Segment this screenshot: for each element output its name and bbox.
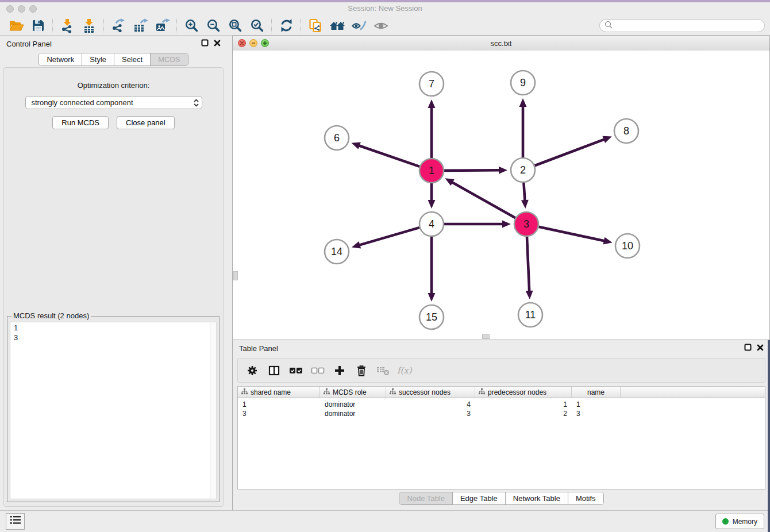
float-panel-icon[interactable] — [201, 39, 209, 48]
tab-network[interactable]: Network — [39, 53, 82, 65]
graph-node-15[interactable]: 15 — [419, 305, 444, 329]
cell-predecessor-nodes[interactable]: 1 — [475, 400, 572, 408]
table-mode-icon[interactable] — [244, 362, 261, 379]
memory-button[interactable]: Memory — [715, 514, 764, 529]
graph-node-label: 6 — [334, 132, 340, 144]
search-box[interactable] — [599, 19, 765, 32]
export-network-icon[interactable] — [107, 17, 129, 34]
table-row[interactable]: 3dominator323 — [238, 409, 765, 418]
edge-2-3[interactable] — [521, 183, 529, 209]
task-history-button[interactable] — [6, 513, 25, 530]
network-canvas[interactable]: 7968124314101511 — [233, 51, 769, 340]
edge-3-1[interactable] — [445, 178, 515, 218]
edge-3-11[interactable] — [526, 237, 533, 299]
tab-node-table[interactable]: Node Table — [399, 492, 453, 504]
criterion-dropdown[interactable]: strongly connected component — [25, 96, 202, 109]
column-header-shared-name[interactable]: shared name — [238, 387, 320, 398]
table-row[interactable]: 1dominator411 — [238, 400, 765, 409]
toolbar-separator — [271, 18, 272, 33]
graph-node-8[interactable]: 8 — [614, 119, 638, 143]
edge-1-6[interactable] — [352, 142, 420, 167]
zoom-out-icon[interactable] — [202, 17, 224, 34]
close-panel-button[interactable]: Close panel — [117, 116, 175, 129]
graph-node-11[interactable]: 11 — [518, 303, 542, 327]
column-header-mcds-role[interactable]: MCDS role — [320, 387, 386, 398]
export-image-icon[interactable] — [151, 17, 173, 34]
tab-network-table[interactable]: Network Table — [506, 492, 568, 504]
edge-4-3[interactable] — [444, 221, 511, 228]
close-panel-icon[interactable] — [214, 40, 221, 48]
cell-predecessor-nodes[interactable]: 2 — [475, 410, 572, 418]
cell-shared-name[interactable]: 3 — [238, 410, 320, 418]
toolbar-separator — [103, 18, 104, 33]
graph-node-7[interactable]: 7 — [419, 72, 444, 96]
session-titlebar[interactable]: Session: New Session — [0, 2, 770, 16]
cell-name[interactable]: 3 — [572, 410, 621, 418]
open-session-icon[interactable] — [5, 17, 27, 34]
select-all-icon[interactable] — [287, 362, 305, 379]
network-window-titlebar[interactable]: scc.txt — [233, 36, 769, 51]
result-scrollbar[interactable] — [210, 322, 217, 499]
run-mcds-button[interactable]: Run MCDS — [52, 116, 109, 129]
cell-shared-name[interactable]: 1 — [238, 400, 320, 408]
edge-1-4[interactable] — [428, 183, 436, 209]
new-network-from-selection-icon[interactable] — [305, 17, 326, 34]
float-table-panel-icon[interactable] — [744, 344, 752, 353]
edge-4-14[interactable] — [352, 228, 419, 248]
zoom-network-icon[interactable] — [261, 39, 269, 47]
deselect-all-icon[interactable] — [309, 362, 326, 379]
graph-node-3[interactable]: 3 — [514, 212, 538, 236]
edge-3-10[interactable] — [539, 227, 613, 245]
graph-node-6[interactable]: 6 — [325, 126, 349, 150]
cell-mcds-role[interactable]: dominator — [320, 410, 386, 418]
search-input[interactable] — [615, 21, 760, 30]
edge-2-8[interactable] — [535, 136, 612, 165]
import-table-icon[interactable] — [78, 17, 100, 34]
column-header-predecessor-nodes[interactable]: predecessor nodes — [475, 387, 572, 398]
minimize-network-icon[interactable] — [249, 39, 257, 47]
tab-style[interactable]: Style — [82, 53, 114, 65]
tab-edge-table[interactable]: Edge Table — [453, 492, 506, 504]
session-title: Session: New Session — [0, 4, 770, 13]
import-network-icon[interactable] — [56, 17, 78, 34]
cell-successor-nodes[interactable]: 3 — [386, 410, 475, 418]
toggle-columns-icon[interactable] — [265, 362, 283, 379]
cell-name[interactable]: 1 — [572, 400, 621, 408]
edge-2-9[interactable] — [519, 98, 527, 157]
column-header-name[interactable]: name — [572, 387, 621, 398]
save-session-icon[interactable] — [27, 17, 49, 34]
zoom-fit-icon[interactable] — [224, 17, 246, 34]
show-all-icon[interactable] — [370, 17, 392, 34]
graph-node-14[interactable]: 14 — [325, 240, 349, 264]
graph-node-2[interactable]: 2 — [511, 158, 535, 182]
edge-4-15[interactable] — [428, 237, 436, 302]
edge-1-2[interactable] — [444, 167, 507, 174]
edge-1-7[interactable] — [428, 99, 436, 158]
close-table-panel-icon[interactable] — [757, 344, 764, 353]
tab-motifs[interactable]: Motifs — [568, 492, 603, 504]
close-network-icon[interactable] — [238, 39, 246, 47]
export-table-icon[interactable] — [129, 17, 151, 34]
tab-select[interactable]: Select — [114, 53, 151, 65]
toolbar-separator — [176, 18, 177, 33]
refresh-layout-icon[interactable] — [275, 17, 297, 34]
column-header-successor-nodes[interactable]: successor nodes — [386, 387, 475, 398]
search-icon — [605, 21, 613, 31]
add-column-icon[interactable] — [331, 362, 348, 379]
graph-node-10[interactable]: 10 — [615, 234, 640, 258]
cell-mcds-role[interactable]: dominator — [320, 400, 386, 408]
network-window-controls[interactable] — [238, 39, 269, 47]
graph-node-9[interactable]: 9 — [511, 71, 535, 95]
hide-selected-icon[interactable] — [348, 17, 370, 34]
cell-successor-nodes[interactable]: 4 — [386, 400, 475, 408]
tab-mcds[interactable]: MCDS — [151, 53, 187, 65]
mcds-result-textarea[interactable]: 13 — [10, 322, 217, 499]
zoom-in-icon[interactable] — [180, 17, 202, 34]
network-horizontal-scrollbar[interactable] — [482, 334, 490, 339]
graph-node-4[interactable]: 4 — [419, 212, 444, 236]
network-vertical-scrollbar[interactable] — [233, 271, 238, 280]
graph-node-1[interactable]: 1 — [419, 159, 444, 183]
first-neighbors-icon[interactable] — [326, 17, 348, 34]
delete-column-icon[interactable] — [353, 362, 370, 379]
zoom-selected-icon[interactable] — [246, 17, 268, 34]
